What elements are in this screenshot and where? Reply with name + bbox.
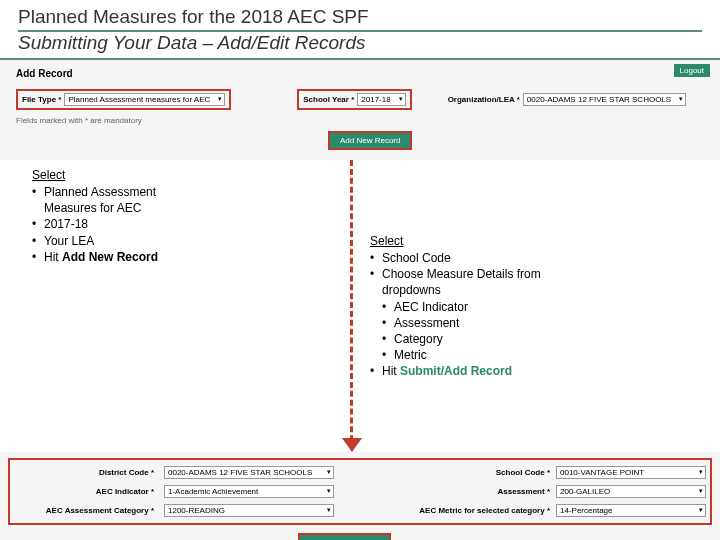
file-type-label: File Type * — [22, 95, 61, 104]
arrow-down-icon — [342, 438, 362, 452]
file-type-group: File Type * Planned Assessment measures … — [16, 89, 231, 110]
file-type-select[interactable]: Planned Assessment measures for AEC — [64, 93, 225, 106]
app-bottom-panel: District Code * 0020-ADAMS 12 FIVE STAR … — [0, 452, 720, 540]
slide-header: Planned Measures for the 2018 AEC SPF Su… — [0, 0, 720, 60]
school-year-group: School Year * 2017-18 — [297, 89, 411, 110]
left-item-3: Your LEA — [32, 233, 232, 249]
school-code-label: School Code * — [390, 468, 550, 477]
dashed-arrow-line — [350, 160, 353, 450]
add-record-heading: Add Record — [16, 68, 712, 79]
left-item-4: Hit Add New Record — [32, 249, 232, 265]
left-instructions: Select Planned Assessment Measures for A… — [32, 168, 232, 265]
left-item-2: 2017-18 — [32, 216, 232, 232]
org-group: Organization/LEA * 0020-ADAMS 12 FIVE ST… — [448, 93, 687, 106]
left-item-1b: Measures for AEC — [32, 200, 232, 216]
assessment-label: Assessment * — [390, 487, 550, 496]
school-year-label: School Year * — [303, 95, 354, 104]
school-code-select[interactable]: 0010-VANTAGE POINT — [556, 466, 706, 479]
org-select[interactable]: 0020-ADAMS 12 FIVE STAR SCHOOLS — [523, 93, 686, 106]
app-top-panel: Logout Add Record File Type * Planned As… — [0, 60, 720, 160]
mandatory-note: Fields marked with * are mandatory — [16, 116, 704, 125]
aec-indicator-label: AEC Indicator * — [14, 487, 154, 496]
district-label: District Code * — [14, 468, 154, 477]
add-new-record-button[interactable]: Add New Record — [328, 131, 412, 150]
body-area: Select Planned Assessment Measures for A… — [0, 160, 720, 452]
district-select[interactable]: 0020-ADAMS 12 FIVE STAR SCHOOLS — [164, 466, 334, 479]
aec-indicator-select[interactable]: 1-Academic Achievement — [164, 485, 334, 498]
bottom-highlight-frame: District Code * 0020-ADAMS 12 FIVE STAR … — [8, 458, 712, 525]
right-item-2b: dropdowns — [370, 282, 680, 298]
right-item-2a: Choose Measure Details from — [370, 266, 680, 282]
org-label: Organization/LEA * — [448, 95, 520, 104]
right-item-1: School Code — [370, 250, 680, 266]
metric-label: AEC Metric for selected category * — [390, 506, 550, 515]
school-year-select[interactable]: 2017-18 — [357, 93, 405, 106]
logout-button[interactable]: Logout — [674, 64, 710, 77]
right-sub-3: Category — [370, 331, 680, 347]
left-item-1a: Planned Assessment — [32, 184, 232, 200]
right-item-3: Hit Submit/Add Record — [370, 363, 680, 379]
right-sub-1: AEC Indicator — [370, 299, 680, 315]
category-label: AEC Assessment Category * — [14, 506, 154, 515]
slide-subtitle: Submitting Your Data – Add/Edit Records — [18, 32, 702, 54]
metric-select[interactable]: 14-Percentage — [556, 504, 706, 517]
right-select-head: Select — [370, 234, 680, 248]
category-select[interactable]: 1200-READING — [164, 504, 334, 517]
right-sub-4: Metric — [370, 347, 680, 363]
right-sub-2: Assessment — [370, 315, 680, 331]
assessment-select[interactable]: 200-GALILEO — [556, 485, 706, 498]
slide-title: Planned Measures for the 2018 AEC SPF — [18, 6, 702, 32]
left-select-head: Select — [32, 168, 232, 182]
submit-add-record-button[interactable]: Submit/Add Record — [298, 533, 391, 540]
right-instructions: Select School Code Choose Measure Detail… — [370, 234, 680, 380]
